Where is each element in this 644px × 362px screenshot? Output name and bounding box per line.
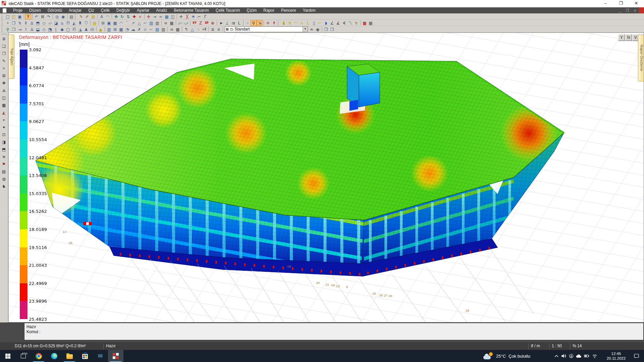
toolbar-icon[interactable]: ⊞: [112, 26, 118, 32]
left-tool-icon[interactable]: ◍: [1, 176, 7, 183]
toolbar-icon[interactable]: ⌂: [59, 20, 65, 26]
combobox-dropdown-arrow[interactable]: ▼: [303, 27, 308, 32]
toolbar-icon[interactable]: ∠: [329, 20, 335, 26]
mdi-window-controls[interactable]: _ ❐ x: [619, 7, 638, 13]
toolbar-icon[interactable]: ✛: [265, 20, 271, 26]
tray-chevron-icon[interactable]: [554, 354, 559, 358]
wifi-icon[interactable]: [592, 354, 597, 358]
left-tool-icon[interactable]: ⌗: [1, 65, 7, 72]
minimize-button[interactable]: –: [598, 0, 613, 7]
toolbar-icon[interactable]: ≐: [309, 26, 315, 32]
left-tool-icon[interactable]: ✦: [1, 124, 7, 131]
weather-widget[interactable]: 25°C Çok bulutlu: [483, 350, 530, 362]
toolbar-icon[interactable]: ◔: [124, 26, 130, 32]
toolbar-icon[interactable]: ✚: [131, 14, 137, 19]
toolbar-icon[interactable]: ◠: [118, 20, 124, 26]
toolbar-icon[interactable]: ✢: [146, 14, 152, 19]
toolbar-icon[interactable]: ▥: [106, 26, 112, 32]
tab-rapor-onizleme[interactable]: Rapor Önizleme: [638, 35, 644, 81]
left-tool-icon[interactable]: ❐: [1, 51, 7, 57]
left-tool-icon[interactable]: ❏: [1, 43, 7, 50]
toolbar-icon[interactable]: ◰: [11, 14, 17, 19]
toolbar-icon[interactable]: ⚲: [251, 20, 257, 26]
toolbar-icon[interactable]: ≈: [158, 14, 164, 19]
toolbar-icon[interactable]: ▧: [154, 20, 160, 26]
left-tool-icon[interactable]: ⊡: [1, 132, 7, 138]
toolbar-icon[interactable]: ↯: [353, 20, 359, 26]
toolbar-icon[interactable]: ⇉: [230, 20, 236, 26]
toolbar-icon[interactable]: ↶: [34, 14, 40, 19]
layer-combobox[interactable]: ⊠ 🗀 Standart ▼: [225, 26, 308, 32]
toolbar-icon[interactable]: ⌒: [124, 20, 130, 26]
toolbar-icon[interactable]: ☁: [130, 26, 136, 32]
toolbar-icon[interactable]: ◉: [315, 26, 321, 32]
toolbar-icon[interactable]: ✥: [113, 14, 119, 19]
toolbar-icon[interactable]: ⁘: [245, 20, 251, 26]
toolbar-grip[interactable]: [2, 34, 6, 35]
toolbar-icon[interactable]: ▩: [175, 26, 181, 32]
toolbar-icon[interactable]: A: [99, 14, 105, 19]
toolbar-icon[interactable]: ❒: [329, 26, 335, 32]
volume-icon[interactable]: [561, 354, 567, 358]
toolbar-icon[interactable]: ⤺: [177, 20, 183, 26]
maximize-button[interactable]: ❐: [613, 0, 629, 7]
toolbar-icon[interactable]: ∆: [29, 20, 35, 26]
toolbar-icon[interactable]: ⌐: [142, 20, 148, 26]
toolbar-icon[interactable]: ▧: [154, 26, 160, 32]
toolbar-icon[interactable]: ↰: [183, 26, 189, 32]
toolbar-icon[interactable]: ✗: [136, 26, 142, 32]
menu-item-proje[interactable]: Proje: [10, 7, 26, 13]
left-tool-icon[interactable]: ▦: [1, 102, 7, 109]
toolbar-icon[interactable]: ⬒: [35, 20, 41, 26]
menu-item-pencere[interactable]: Pencere: [278, 7, 300, 13]
tab-yapi-agaci[interactable]: Yapı Ağacı: [8, 35, 14, 79]
toolbar-icon[interactable]: ♀: [5, 26, 11, 32]
toolbar-icon[interactable]: ⊥: [224, 20, 230, 26]
zoom-indicator[interactable]: % 14: [573, 342, 582, 350]
toolbar-icon[interactable]: XY: [192, 20, 198, 26]
toolbar-icon[interactable]: ▦: [118, 26, 124, 32]
toolbar-icon[interactable]: ↻: [119, 14, 125, 19]
toolbar-icon[interactable]: ⬔: [47, 26, 53, 32]
toolbar-icon[interactable]: 3P: [204, 20, 210, 26]
left-tool-icon[interactable]: ◫: [1, 95, 7, 102]
left-tool-icon[interactable]: ⬒: [1, 146, 7, 153]
toolbar-icon[interactable]: ◮: [77, 26, 83, 32]
toolbar-icon[interactable]: 〽: [347, 20, 353, 26]
left-tool-icon[interactable]: ⟁: [1, 87, 7, 94]
toolbar-icon[interactable]: ✛: [178, 14, 184, 19]
taskbar-app-start[interactable]: [0, 350, 15, 362]
toolbar-icon[interactable]: ∢: [341, 20, 347, 26]
toolbar-icon[interactable]: ▩: [169, 20, 175, 26]
left-tool-icon[interactable]: ✥: [1, 80, 7, 87]
toolbar-icon[interactable]: ◪: [53, 20, 59, 26]
toolbar-icon[interactable]: Ⅰ: [23, 26, 29, 32]
toolbar-icon[interactable]: ◗: [323, 20, 329, 26]
toolbar-icon[interactable]: ➤: [218, 20, 224, 26]
toolbar-icon[interactable]: Γ: [202, 14, 208, 19]
toolbar-icon[interactable]: ↟: [271, 20, 277, 26]
toolbar-icon[interactable]: ⌗: [137, 14, 143, 19]
toolbar-icon[interactable]: ◭: [71, 20, 77, 26]
toolbar-icon[interactable]: ◆: [59, 26, 65, 32]
taskbar-app-taskview[interactable]: [15, 350, 31, 362]
toolbar-icon[interactable]: +2: [201, 26, 207, 32]
toolbar-icon[interactable]: ⌐: [317, 20, 323, 26]
toolbar-icon[interactable]: ∡: [335, 20, 341, 26]
fem-building-model[interactable]: [9, 33, 644, 318]
toolbar-icon[interactable]: ≣: [210, 26, 216, 32]
taskbar-app-mail[interactable]: ✉: [93, 350, 108, 362]
toolbar-icon[interactable]: ❐: [323, 26, 329, 32]
toolbar-icon[interactable]: ≡: [163, 20, 169, 26]
toolbar-icon[interactable]: ▢: [65, 26, 71, 32]
toolbar-icon[interactable]: ⇲: [257, 20, 263, 26]
left-tool-icon[interactable]: ◨: [1, 139, 7, 146]
taskbar-app-idecad[interactable]: [108, 350, 123, 362]
left-tool-icon[interactable]: ⚑: [1, 161, 7, 168]
menu-item-çizim[interactable]: Çizim: [243, 7, 260, 13]
menu-item-değiştir[interactable]: Değiştir: [113, 7, 133, 13]
menu-item-çelik[interactable]: Çelik: [97, 7, 113, 13]
toolbar-icon[interactable]: ▨: [148, 20, 154, 26]
left-tool-icon[interactable]: ✎: [1, 58, 7, 65]
toolbar-icon[interactable]: ⤻: [183, 20, 189, 26]
